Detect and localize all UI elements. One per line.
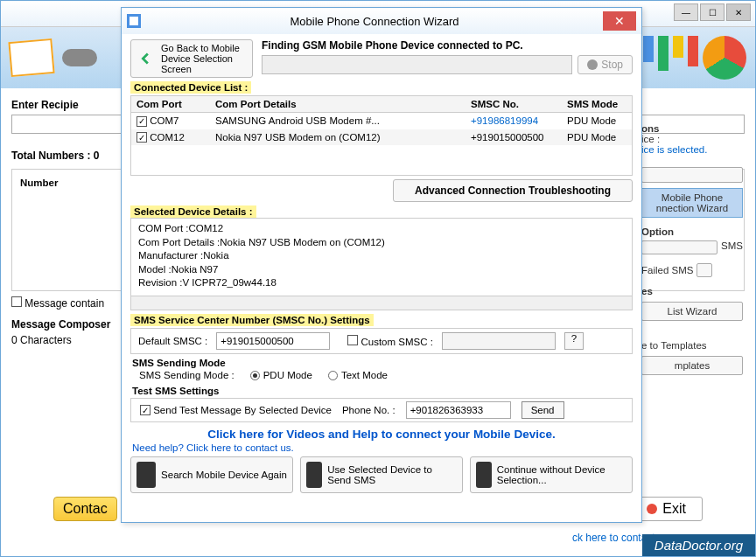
- pdu-mode-radio[interactable]: PDU Mode: [250, 370, 312, 380]
- envelope-icon: [8, 38, 54, 77]
- smsc-settings-label: SMS Service Center Number (SMSC No.) Set…: [130, 314, 374, 326]
- footer-brand: DataDoctor.org: [642, 534, 755, 556]
- details-scrollbar[interactable]: [130, 296, 633, 310]
- bg-minimize-button[interactable]: —: [674, 3, 698, 21]
- connected-list-label: Connected Device List :: [130, 81, 251, 94]
- row-checkbox[interactable]: ✓: [136, 132, 147, 143]
- stop-button[interactable]: Stop: [578, 55, 633, 74]
- phone-check-icon: [306, 462, 322, 488]
- exit-icon: [647, 504, 657, 514]
- phone-no-label: Phone No. :: [342, 405, 396, 415]
- need-help-link[interactable]: Need help? Click here to contact us.: [132, 442, 633, 453]
- message-contains-label: Message contain: [24, 297, 104, 310]
- smsc-help-button[interactable]: ?: [564, 332, 584, 350]
- phone-no-input[interactable]: [406, 401, 511, 419]
- custom-smsc-input[interactable]: [442, 332, 556, 350]
- stop-icon: [587, 59, 598, 70]
- progress-bar: [262, 55, 572, 74]
- phone-icon: [62, 49, 97, 66]
- send-test-checkbox[interactable]: ✓: [140, 405, 150, 415]
- bg-close-button[interactable]: ✕: [726, 3, 751, 21]
- modal-titlebar: Mobile Phone Connection Wizard ✕: [122, 8, 641, 34]
- custom-smsc-checkbox[interactable]: [347, 335, 358, 345]
- default-smsc-input[interactable]: [216, 332, 330, 350]
- finding-label: Finding GSM Mobile Phone Device connecte…: [262, 39, 633, 52]
- th-smsc: SMSC No.: [466, 96, 562, 113]
- phone-search-icon: [136, 462, 156, 488]
- contact-button[interactable]: Contac: [53, 497, 117, 521]
- send-button[interactable]: Send: [522, 401, 564, 419]
- modal-close-button[interactable]: ✕: [603, 11, 636, 31]
- continue-without-button[interactable]: Continue without Device Selection...: [470, 456, 633, 493]
- search-again-button[interactable]: Search Mobile Device Again: [130, 456, 293, 493]
- table-row[interactable]: ✓ COM12 Nokia N97 USB Modem on (COM12) +…: [131, 129, 632, 146]
- text-mode-radio[interactable]: Text Mode: [328, 370, 388, 380]
- combo-1[interactable]: [641, 167, 743, 183]
- right-panel-partial: ons ice : ice is selected. Mobile Phone …: [641, 123, 743, 375]
- help-videos-link[interactable]: Click here for Videos and Help to connec…: [130, 428, 633, 441]
- row-checkbox[interactable]: ✓: [136, 116, 147, 127]
- combo-2[interactable]: [641, 240, 718, 254]
- use-device-button[interactable]: Use Selected Device to Send SMS: [300, 456, 463, 493]
- send-test-label: Send Test Message By Selected Device: [153, 405, 332, 415]
- advanced-troubleshooting-button[interactable]: Advanced Connection Troubleshooting: [393, 179, 633, 202]
- default-smsc-label: Default SMSC :: [138, 336, 207, 346]
- phone-cancel-icon: [476, 462, 492, 488]
- modal-title: Mobile Phone Connection Wizard: [146, 15, 603, 28]
- th-mode: SMS Mode: [562, 96, 632, 113]
- message-contains-checkbox[interactable]: [11, 296, 22, 307]
- bg-maximize-button[interactable]: ☐: [700, 3, 724, 21]
- sending-mode-heading: SMS Sending Mode: [130, 358, 633, 368]
- svg-rect-1: [130, 17, 138, 25]
- sending-mode-label: SMS Sending Mode :: [139, 370, 234, 380]
- device-table: Com Port Com Port Details SMSC No. SMS M…: [131, 96, 632, 145]
- th-com-port: Com Port: [131, 96, 210, 113]
- back-arrow-icon: [136, 46, 156, 71]
- selected-details-label: Selected Device Details :: [130, 205, 256, 218]
- app-icon: [127, 14, 141, 28]
- charts-decoration: [643, 36, 746, 80]
- test-sms-heading: Test SMS Settings: [130, 386, 633, 396]
- connection-wizard-dialog: Mobile Phone Connection Wizard ✕ Go Back…: [121, 7, 642, 523]
- table-row[interactable]: ✓ COM7 SAMSUNG Android USB Modem #... +9…: [131, 113, 632, 129]
- custom-smsc-label: Custom SMSC :: [360, 337, 432, 347]
- th-details: Com Port Details: [210, 96, 466, 113]
- list-wizard-button[interactable]: List Wizard: [641, 302, 743, 321]
- wizard-button[interactable]: Mobile Phone nnection Wizard: [641, 188, 743, 218]
- device-details-box: COM Port :COM12 Com Port Details :Nokia …: [130, 218, 633, 296]
- back-button[interactable]: Go Back to Mobile Device Selection Scree…: [130, 39, 253, 78]
- combo-3[interactable]: [696, 263, 712, 277]
- templates-button[interactable]: mplates: [641, 356, 743, 375]
